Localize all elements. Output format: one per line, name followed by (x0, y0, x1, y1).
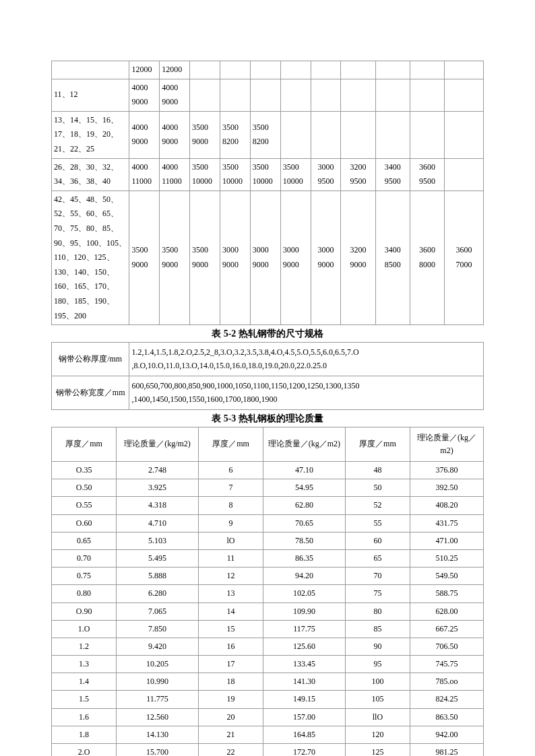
table-row-label (52, 61, 129, 79)
table-cell (311, 61, 341, 79)
table-cell: 6 (198, 462, 263, 479)
table-cell (311, 111, 341, 158)
table-cell: 120 (345, 726, 410, 743)
table-cell: 54.95 (263, 479, 346, 497)
table-cell: 164.85 (263, 726, 346, 743)
table-cell: 3600 9500 (410, 158, 444, 191)
table-cell: 48 (345, 462, 410, 479)
table-cell: 3600 7000 (445, 191, 484, 324)
table-cell (280, 61, 311, 79)
table-cell: 1.4 (52, 673, 117, 691)
table-cell: 3500 8200 (250, 111, 280, 158)
table-cell: 3500 10000 (220, 158, 250, 191)
table-cell (220, 61, 250, 79)
table-dimensions: 120001200011、124000 90004000 900013、14、1… (51, 61, 484, 325)
table-cell: 600,650,700,800,850,900,1000,1050,1100,1… (129, 376, 484, 409)
table-cell: 4000 9000 (160, 111, 190, 158)
table-cell: O.55 (52, 497, 117, 514)
table-row-label: 钢带公称宽度／mm (52, 376, 129, 409)
table-cell: 3000 9000 (220, 191, 250, 324)
table-cell: 4000 9000 (160, 79, 190, 111)
table-header: 理论质量／(kg／m2) (263, 427, 346, 461)
table-cell: 3500 10000 (280, 158, 311, 191)
table-cell: 60 (345, 532, 410, 549)
table-cell: 1.O (52, 620, 117, 638)
table-cell: 133.45 (263, 656, 346, 673)
table-cell: 6.280 (117, 585, 199, 603)
table-cell: 18 (198, 673, 263, 691)
table-cell: 3.925 (117, 479, 199, 497)
table-cell: 14 (198, 603, 263, 620)
table-cell: 80 (345, 603, 410, 620)
table-cell: 392.50 (410, 479, 483, 497)
table-row-label: 26、28、30、32、34、36、38、40 (52, 158, 129, 191)
table-cell: 3500 9000 (160, 191, 190, 324)
table-cell: 125 (345, 744, 410, 756)
table-row-label: 42、45、48、50、52、55、60、65、70、75、80、85、90、9… (52, 191, 129, 324)
table-cell: 0.80 (52, 585, 117, 603)
table-cell: 0.65 (52, 532, 117, 549)
table-row-label: 钢带公称厚度/mm (52, 343, 129, 376)
table-cell (250, 79, 280, 111)
table-cell: llO (345, 708, 410, 726)
table-cell: 75 (345, 585, 410, 603)
table-cell: 408.20 (410, 497, 483, 514)
table-cell: 942.00 (410, 726, 483, 743)
table-cell: 3500 10000 (250, 158, 280, 191)
table-cell: 117.75 (263, 620, 346, 638)
table-cell: 172.70 (263, 744, 346, 756)
table-cell: 9.420 (117, 638, 199, 655)
table-cell: 8 (198, 497, 263, 514)
table-cell: 157.00 (263, 708, 346, 726)
table-cell (375, 61, 410, 79)
table-cell (410, 111, 444, 158)
table-cell: 4000 11000 (129, 158, 160, 191)
table-cell: 17 (198, 656, 263, 673)
table-cell: 5.888 (117, 568, 199, 585)
table-cell: 4.710 (117, 514, 199, 532)
table-cell: 22 (198, 744, 263, 756)
table-cell: 471.00 (410, 532, 483, 549)
table-cell: 86.35 (263, 549, 346, 567)
table-cell: 3000 9500 (311, 158, 341, 191)
table-cell: 3500 8200 (220, 111, 250, 158)
table-cell: 125.60 (263, 638, 346, 655)
table-cell: 78.50 (263, 532, 346, 549)
table-cell: 667.25 (410, 620, 483, 638)
table-cell: 1.2 (52, 638, 117, 655)
table-cell: 4000 9000 (129, 79, 160, 111)
table-cell: 3400 9500 (375, 158, 410, 191)
table-cell: 376.80 (410, 462, 483, 479)
table-cell: 10.990 (117, 673, 199, 691)
table-cell: 9 (198, 514, 263, 532)
table-cell: O.60 (52, 514, 117, 532)
table-cell (280, 79, 311, 111)
table-cell: 549.50 (410, 568, 483, 585)
table-cell (445, 158, 484, 191)
table-cell: 52 (345, 497, 410, 514)
table-cell: 70 (345, 568, 410, 585)
table-cell: 94.20 (263, 568, 346, 585)
table-cell: 55 (345, 514, 410, 532)
table-cell: 4000 11000 (160, 158, 190, 191)
table-cell: 745.75 (410, 656, 483, 673)
table-cell: 12000 (160, 61, 190, 79)
table-cell: 4000 9000 (129, 111, 160, 158)
table-cell: 70.65 (263, 514, 346, 532)
table-cell: 981.25 (410, 744, 483, 756)
table-cell: 16 (198, 638, 263, 655)
table-cell: 11 (198, 549, 263, 567)
table-cell: 0.75 (52, 568, 117, 585)
table-cell: 1.6 (52, 708, 117, 726)
table-cell (375, 79, 410, 111)
table-cell: 3000 9000 (250, 191, 280, 324)
table-header: 理论质量／(kg／m2) (410, 427, 483, 461)
table-cell (410, 61, 444, 79)
table-cell: O.35 (52, 462, 117, 479)
table-cell: 12.560 (117, 708, 199, 726)
table-cell: 141.30 (263, 673, 346, 691)
table-cell (445, 61, 484, 79)
table-cell: 21 (198, 726, 263, 743)
table-cell: 706.50 (410, 638, 483, 655)
table-cell: 85 (345, 620, 410, 638)
